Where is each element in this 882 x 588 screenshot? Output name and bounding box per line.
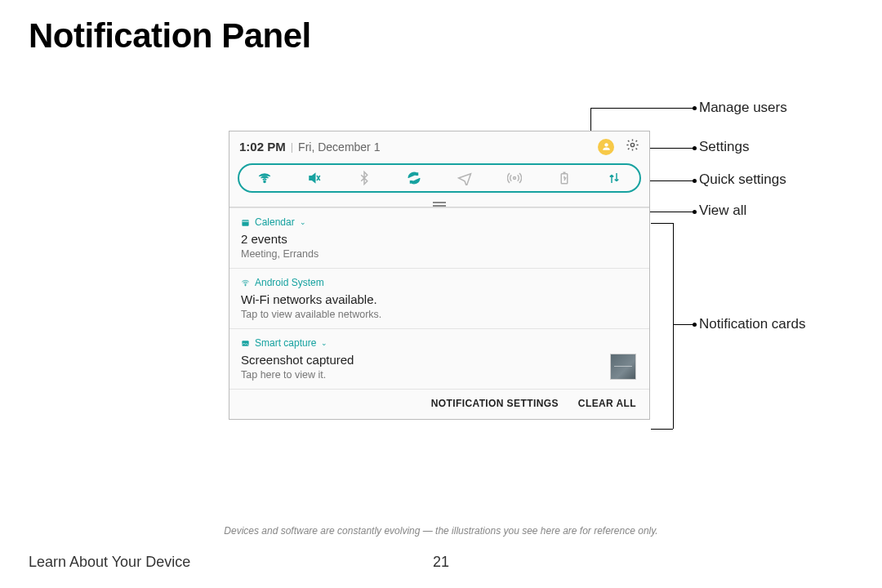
- battery-icon[interactable]: [557, 171, 572, 185]
- settings-icon[interactable]: [626, 138, 639, 155]
- notification-card[interactable]: Smart capture ⌄ Screenshot captured Tap …: [229, 328, 649, 389]
- page-title: Notification Panel: [29, 16, 311, 56]
- card-title: Wi-Fi networks available.: [241, 292, 638, 306]
- calendar-icon: [241, 218, 250, 227]
- svg-point-2: [264, 180, 265, 182]
- status-date: Fri, December 1: [298, 140, 380, 154]
- card-subtitle: Tap here to view it.: [241, 369, 638, 381]
- disclaimer-text: Devices and software are constantly evol…: [0, 525, 882, 537]
- notification-settings-button[interactable]: NOTIFICATION SETTINGS: [431, 398, 559, 409]
- quick-settings-bar[interactable]: [238, 163, 641, 193]
- svg-point-3: [513, 177, 515, 180]
- connector: [651, 223, 673, 224]
- chevron-down-icon: ⌄: [321, 339, 327, 347]
- svg-rect-5: [242, 220, 248, 225]
- manage-users-icon[interactable]: [598, 139, 614, 155]
- chevron-down-icon: ⌄: [300, 218, 306, 226]
- screenshot-thumbnail[interactable]: [610, 354, 636, 380]
- connector: [651, 429, 673, 430]
- connector: [673, 324, 693, 325]
- status-time: 1:02 PM: [239, 140, 286, 154]
- card-app-name: Smart capture: [255, 337, 316, 349]
- svg-point-1: [630, 143, 634, 146]
- mute-icon[interactable]: [307, 171, 322, 185]
- wifi-icon[interactable]: [257, 171, 272, 185]
- card-title: Screenshot captured: [241, 353, 638, 367]
- clear-all-button[interactable]: CLEAR ALL: [578, 398, 636, 409]
- connector: [645, 180, 693, 181]
- svg-point-0: [604, 143, 608, 146]
- page-number: 21: [433, 554, 449, 571]
- status-separator: |: [291, 140, 293, 153]
- notification-card[interactable]: Calendar ⌄ 2 events Meeting, Errands: [229, 207, 649, 268]
- svg-point-6: [245, 284, 246, 285]
- hotspot-icon[interactable]: [507, 171, 522, 185]
- card-title: 2 events: [241, 232, 638, 246]
- status-bar: 1:02 PM | Fri, December 1: [229, 131, 649, 160]
- card-app-name: Android System: [255, 277, 324, 288]
- callout-settings: Settings: [699, 139, 749, 155]
- bluetooth-icon[interactable]: [357, 171, 372, 185]
- callout-notif-cards: Notification cards: [699, 316, 805, 332]
- notification-card[interactable]: Android System Wi-Fi networks available.…: [229, 268, 649, 328]
- svg-rect-7: [242, 341, 248, 345]
- notification-panel: 1:02 PM | Fri, December 1 C: [229, 131, 650, 420]
- card-subtitle: Meeting, Errands: [241, 248, 638, 260]
- callout-quick: Quick settings: [699, 172, 786, 188]
- rotate-icon[interactable]: [407, 171, 421, 185]
- connector: [673, 223, 674, 429]
- card-subtitle: Tap to view available networks.: [241, 309, 638, 320]
- card-app-label: Smart capture ⌄: [241, 337, 638, 349]
- wifi-small-icon: [241, 278, 250, 287]
- data-icon[interactable]: [607, 171, 621, 185]
- card-app-label: Android System: [241, 277, 638, 288]
- card-app-name: Calendar: [255, 216, 295, 228]
- connector: [590, 108, 693, 109]
- image-icon: [241, 339, 250, 348]
- section-label: Learn About Your Device: [29, 554, 190, 571]
- panel-footer: NOTIFICATION SETTINGS CLEAR ALL: [229, 389, 649, 419]
- callout-manage-users: Manage users: [699, 100, 787, 116]
- callout-view-all: View all: [699, 203, 746, 219]
- expand-handle[interactable]: [229, 198, 649, 207]
- card-app-label: Calendar ⌄: [241, 216, 638, 228]
- airplane-icon[interactable]: [457, 171, 472, 185]
